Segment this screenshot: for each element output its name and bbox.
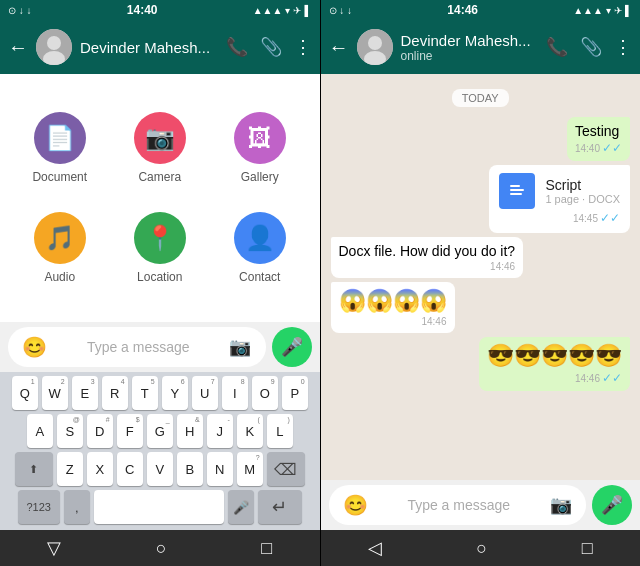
msg-time-2: 14:45 <box>573 213 598 224</box>
msg-row-4: 😱😱😱😱 14:46 <box>331 282 631 333</box>
right-nav-recents[interactable]: □ <box>582 538 593 559</box>
key-r[interactable]: R4 <box>102 376 128 410</box>
right-camera-button[interactable]: 📷 <box>550 494 572 516</box>
key-i[interactable]: I8 <box>222 376 248 410</box>
key-w[interactable]: W2 <box>42 376 68 410</box>
camera-button-input[interactable]: 📷 <box>229 336 251 358</box>
msg-text-1: Testing <box>575 123 619 139</box>
attach-audio[interactable]: 🎵 Audio <box>20 212 100 284</box>
right-back-button[interactable]: ← <box>329 36 349 59</box>
key-backspace[interactable]: ⌫ <box>267 452 305 486</box>
left-mic-button[interactable]: 🎤 <box>272 327 312 367</box>
key-comma[interactable]: , <box>64 490 90 524</box>
right-airplane-icon: ✈ <box>614 5 622 16</box>
left-call-icon[interactable]: 📞 <box>226 36 248 58</box>
bubble-5: 😎😎😎😎😎 14:46 ✓✓ <box>479 337 630 391</box>
key-space[interactable] <box>94 490 224 524</box>
key-j[interactable]: J- <box>207 414 233 448</box>
attach-gallery[interactable]: 🖼 Gallery <box>220 112 300 184</box>
wifi-icon: ▾ <box>285 5 290 16</box>
left-back-button[interactable]: ← <box>8 36 28 59</box>
key-enter[interactable]: ↵ <box>258 490 302 524</box>
right-message-input[interactable]: 😊 Type a message 📷 <box>329 485 587 525</box>
right-more-icon[interactable]: ⋮ <box>614 36 632 58</box>
msg-time-1: 14:40 <box>575 143 600 154</box>
key-h[interactable]: H& <box>177 414 203 448</box>
right-call-icon[interactable]: 📞 <box>546 36 568 58</box>
attachment-picker: 📄 Document 📷 Camera 🖼 Gallery 🎵 Audio 📍 … <box>0 74 320 322</box>
key-e[interactable]: E3 <box>72 376 98 410</box>
doc-pages: 1 page <box>545 193 579 205</box>
key-b[interactable]: B <box>177 452 203 486</box>
left-header-actions: 📞 📎 ⋮ <box>226 36 312 58</box>
key-q[interactable]: Q1 <box>12 376 38 410</box>
left-status-icons: ⊙ ↓ ↓ <box>8 5 32 16</box>
contact-icon: 👤 <box>234 212 286 264</box>
left-nav-home[interactable]: ○ <box>156 538 167 559</box>
date-chip: TODAY <box>452 89 509 107</box>
key-123[interactable]: ?123 <box>18 490 60 524</box>
key-u[interactable]: U7 <box>192 376 218 410</box>
key-p[interactable]: P0 <box>282 376 308 410</box>
key-x[interactable]: X <box>87 452 113 486</box>
key-t[interactable]: T5 <box>132 376 158 410</box>
attach-camera-label: Camera <box>138 170 181 184</box>
attach-camera[interactable]: 📷 Camera <box>120 112 200 184</box>
attach-document[interactable]: 📄 Document <box>20 112 100 184</box>
left-nav-back[interactable]: ▽ <box>47 537 61 559</box>
key-z[interactable]: Z <box>57 452 83 486</box>
right-emoji-button[interactable]: 😊 <box>343 493 368 517</box>
key-c[interactable]: C <box>117 452 143 486</box>
right-contact-status: online <box>401 49 547 63</box>
location-icon: 📍 <box>134 212 186 264</box>
left-attach-icon[interactable]: 📎 <box>260 36 282 58</box>
left-more-icon[interactable]: ⋮ <box>294 36 312 58</box>
signal-icon: ▲▲▲ <box>253 5 283 16</box>
key-y[interactable]: Y6 <box>162 376 188 410</box>
msg-time-4: 14:46 <box>421 316 446 327</box>
key-s[interactable]: S@ <box>57 414 83 448</box>
attach-location[interactable]: 📍 Location <box>120 212 200 284</box>
key-v[interactable]: V <box>147 452 173 486</box>
msg-text-5: 😎😎😎😎😎 <box>487 343 622 368</box>
right-header: ← Devinder Mahesh... online 📞 📎 ⋮ <box>321 20 641 74</box>
airplane-icon: ✈ <box>293 5 301 16</box>
key-shift[interactable]: ⬆ <box>15 452 53 486</box>
left-status-bar: ⊙ ↓ ↓ 14:40 ▲▲▲ ▾ ✈ ▌ <box>0 0 320 20</box>
doc-ext: DOCX <box>588 193 620 205</box>
right-nav-home[interactable]: ○ <box>476 538 487 559</box>
left-message-input[interactable]: 😊 Type a message 📷 <box>8 327 266 367</box>
right-notification-icons: ⊙ ↓ ↓ <box>329 5 353 16</box>
notification-icons: ⊙ ↓ ↓ <box>8 5 32 16</box>
right-battery-icon: ▌ <box>625 5 632 16</box>
bubble-doc-2: Script 1 page · DOCX 14:45 ✓✓ <box>489 165 630 233</box>
msg-row-1: Testing 14:40 ✓✓ <box>331 117 631 161</box>
msg-text-4: 😱😱😱😱 <box>339 288 447 313</box>
msg-time-5: 14:46 <box>575 373 600 384</box>
attach-audio-label: Audio <box>44 270 75 284</box>
key-d[interactable]: D# <box>87 414 113 448</box>
key-a[interactable]: A <box>27 414 53 448</box>
key-l[interactable]: L) <box>267 414 293 448</box>
bubble-meta-1: 14:40 ✓✓ <box>575 141 622 155</box>
key-g[interactable]: G_ <box>147 414 173 448</box>
key-k[interactable]: K( <box>237 414 263 448</box>
document-icon: 📄 <box>34 112 86 164</box>
right-nav-back[interactable]: ◁ <box>368 537 382 559</box>
emoji-button[interactable]: 😊 <box>22 335 47 359</box>
svg-point-1 <box>47 36 61 50</box>
bubble-meta-2: 14:45 ✓✓ <box>499 211 620 225</box>
key-n[interactable]: N <box>207 452 233 486</box>
key-mic[interactable]: 🎤 <box>228 490 254 524</box>
right-input-bar: 😊 Type a message 📷 🎤 <box>321 480 641 530</box>
svg-rect-9 <box>510 193 522 195</box>
key-m[interactable]: M? <box>237 452 263 486</box>
key-f[interactable]: F$ <box>117 414 143 448</box>
left-nav-recents[interactable]: □ <box>261 538 272 559</box>
right-attach-icon[interactable]: 📎 <box>580 36 602 58</box>
attach-contact[interactable]: 👤 Contact <box>220 212 300 284</box>
key-o[interactable]: O9 <box>252 376 278 410</box>
right-time: 14:46 <box>447 3 478 17</box>
msg-status-2: ✓✓ <box>600 211 620 225</box>
right-mic-button[interactable]: 🎤 <box>592 485 632 525</box>
